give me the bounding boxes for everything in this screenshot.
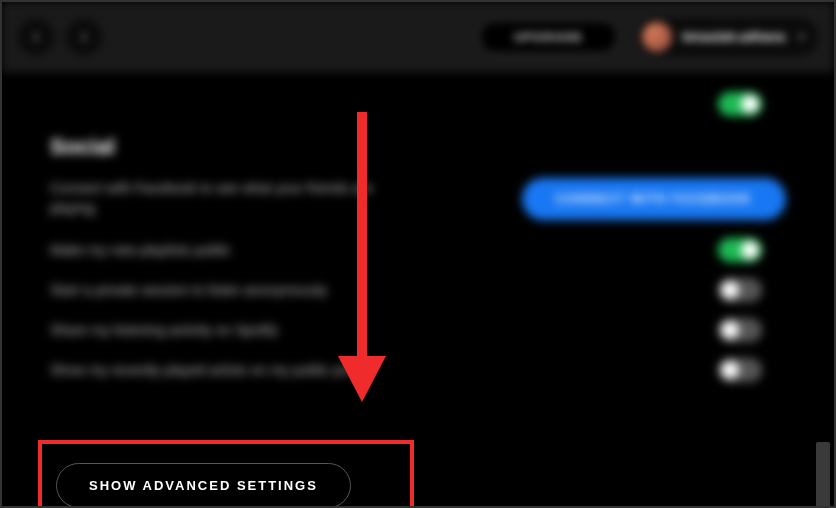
chevron-down-icon: ▾	[799, 31, 804, 42]
nav-back-button[interactable]	[18, 19, 54, 55]
setting-label: Show my recently played artists on my pu…	[50, 362, 371, 378]
profile-chip[interactable]: bmaulah.adhana ▾	[638, 18, 818, 56]
scrollbar-thumb[interactable]	[816, 442, 830, 508]
setting-label: Make my new playlists public	[50, 242, 231, 258]
highlight-box: SHOW ADVANCED SETTINGS	[38, 440, 414, 508]
connect-facebook-button[interactable]: CONNECT WITH FACEBOOK	[522, 178, 786, 220]
setting-label: Start a private session to listen anonym…	[50, 282, 327, 298]
toggle-private-session[interactable]	[718, 278, 762, 302]
chevron-right-icon	[77, 30, 91, 44]
setting-label: Share my listening activity on Spotify	[50, 322, 278, 338]
upgrade-button[interactable]: UPGRADE	[479, 20, 618, 54]
toggle-recently-played[interactable]	[718, 358, 762, 382]
nav-forward-button[interactable]	[66, 19, 102, 55]
profile-name: bmaulah.adhana	[682, 29, 785, 44]
toggle-public-playlists[interactable]	[718, 238, 762, 262]
toggle-prev[interactable]	[718, 92, 762, 116]
section-title-social: Social	[50, 134, 786, 160]
show-advanced-settings-button[interactable]: SHOW ADVANCED SETTINGS	[56, 463, 351, 508]
avatar	[642, 22, 672, 52]
toggle-share-activity[interactable]	[718, 318, 762, 342]
chevron-left-icon	[29, 30, 43, 44]
facebook-description: Connect with Facebook to see what your f…	[50, 179, 390, 218]
